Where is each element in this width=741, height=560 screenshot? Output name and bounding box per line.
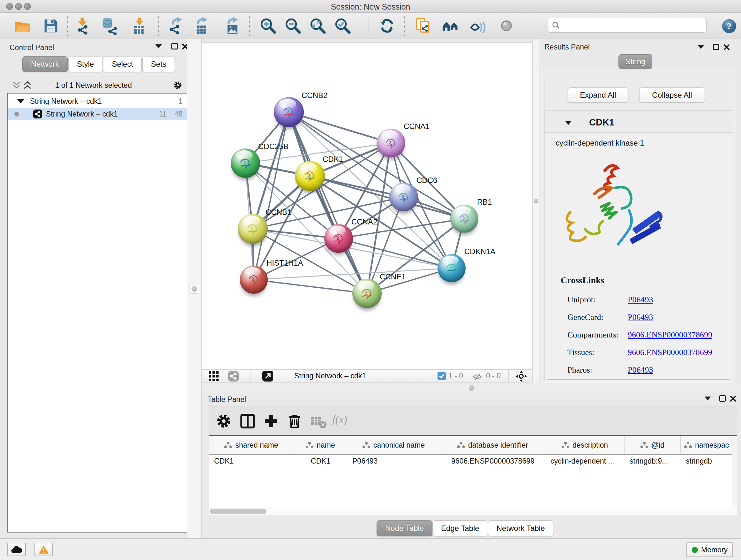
network-canvas[interactable]: CCNB2 CCNA1 CDC25B CDK1 CDC6 RB1 CCNB1 C… (202, 43, 532, 369)
network-node-rb1[interactable] (450, 205, 478, 233)
results-panel-float-icon[interactable] (713, 44, 719, 50)
search-input[interactable] (560, 21, 697, 30)
column-header-id[interactable]: @id (624, 436, 681, 454)
delete-trash-icon[interactable] (286, 412, 304, 430)
table-horizontal-scrollbar[interactable] (209, 507, 737, 515)
gene-card-header[interactable]: CDK1 (544, 113, 733, 132)
table-vertical-scrollbar[interactable] (732, 436, 737, 507)
table-panel-close-icon[interactable] (730, 395, 737, 402)
export-network-icon[interactable] (167, 17, 185, 35)
open-external-icon[interactable] (262, 371, 273, 381)
crosslink-link[interactable]: P06493 (628, 313, 653, 322)
results-panel-close-icon[interactable] (723, 44, 730, 51)
network-edge[interactable] (254, 280, 367, 294)
memory-button[interactable]: Memory (686, 543, 733, 557)
table-panel-float-icon[interactable] (719, 395, 726, 401)
expand-all-button[interactable]: Expand All (568, 87, 628, 103)
table-settings-gear-icon[interactable] (215, 412, 232, 430)
results-panel-menu-icon[interactable] (697, 45, 704, 49)
network-node-hist1h1a[interactable] (240, 266, 268, 294)
column-header-namespac[interactable]: namespac (681, 436, 733, 454)
table-cell[interactable]: 9606.ENSP00000378699 (441, 455, 545, 467)
right-panel-divider[interactable] (532, 39, 539, 384)
tab-network-table[interactable]: Network Table (488, 520, 554, 537)
zoom-in-icon[interactable] (259, 17, 277, 35)
refresh-view-icon[interactable] (378, 17, 396, 35)
left-panel-divider[interactable] (187, 39, 202, 538)
search-field[interactable] (548, 18, 706, 33)
column-header-database-identifier[interactable]: database identifier (441, 436, 545, 454)
preview-sphere-icon[interactable] (497, 17, 515, 35)
cloud-button[interactable] (7, 543, 26, 556)
network-node-cdk1[interactable] (295, 161, 325, 191)
show-columns-icon[interactable] (239, 412, 257, 430)
table-cell[interactable]: CDK1 (209, 455, 294, 467)
import-network-database-icon[interactable] (101, 17, 119, 35)
add-column-icon[interactable] (262, 412, 280, 430)
export-table-icon[interactable] (193, 17, 211, 35)
network-node-cdc6[interactable] (389, 183, 418, 211)
column-header-canonical-name[interactable]: canonical name (347, 436, 441, 454)
hidden-eye-slash-icon[interactable] (473, 372, 482, 381)
gene-card-expander-icon[interactable] (565, 121, 571, 125)
network-node-ccnb1[interactable] (238, 214, 268, 244)
table-cell[interactable]: CDK1 (294, 455, 347, 467)
tab-node-table[interactable]: Node Table (377, 520, 432, 537)
control-panel-float-icon[interactable] (172, 43, 178, 50)
network-node-ccne1[interactable] (352, 279, 382, 308)
birdseye-navigator-icon[interactable] (515, 370, 527, 382)
duplicate-network-icon[interactable] (414, 17, 432, 35)
divider-handle[interactable] (469, 385, 474, 391)
table-cell[interactable]: P06493 (347, 455, 441, 467)
zoom-out-icon[interactable] (284, 17, 302, 35)
delete-table-icon[interactable] (310, 412, 327, 430)
crosslink-link[interactable]: 9606.ENSP00000378699 (628, 330, 712, 340)
network-edge[interactable] (289, 112, 391, 143)
hide-views-icon[interactable] (469, 17, 487, 35)
crosslink-link[interactable]: 9606.ENSP00000378699 (628, 348, 712, 357)
warnings-button[interactable] (35, 543, 53, 556)
tab-sets[interactable]: Sets (142, 56, 175, 72)
network-view-icon[interactable] (228, 371, 239, 381)
scrollbar-thumb[interactable] (210, 509, 266, 514)
grid-view-icon[interactable] (208, 371, 219, 381)
selected-checkbox-icon[interactable] (437, 372, 446, 380)
network-options-gear-icon[interactable] (173, 80, 183, 90)
open-session-icon[interactable] (13, 17, 31, 35)
network-node-cdc25b[interactable] (231, 148, 260, 178)
divider-handle[interactable] (190, 284, 199, 294)
tab-style[interactable]: Style (68, 56, 103, 72)
zoom-selected-icon[interactable] (334, 17, 352, 35)
tab-edge-table[interactable]: Edge Table (432, 520, 488, 537)
help-icon[interactable]: ? (722, 18, 737, 34)
import-table-icon[interactable] (131, 17, 148, 35)
network-node-ccnb2[interactable] (274, 97, 304, 127)
crosslink-link[interactable]: P06493 (628, 295, 653, 305)
network-node-ccna2[interactable] (324, 224, 353, 253)
network-node-ccna1[interactable] (377, 129, 405, 158)
tab-select[interactable]: Select (103, 56, 142, 72)
function-builder-icon[interactable]: f(x) (332, 414, 361, 431)
table-row[interactable]: CDK1CDK1P064939606.ENSP00000378699cyclin… (209, 455, 737, 467)
show-all-views-icon[interactable] (442, 17, 460, 35)
network-node-cdkn1a[interactable] (437, 254, 466, 282)
network-tree-child-row[interactable]: String Network – cdk1 11 48 (8, 108, 187, 120)
zoom-fit-icon[interactable] (309, 17, 327, 35)
divider-handle[interactable] (534, 199, 538, 203)
network-edge[interactable] (254, 112, 289, 280)
tab-string[interactable]: String (618, 54, 652, 69)
export-image-icon[interactable] (224, 17, 242, 35)
save-session-icon[interactable] (42, 17, 60, 35)
table-cell[interactable]: cyclin-dependent ... (545, 455, 624, 467)
table-panel-menu-icon[interactable] (704, 396, 711, 400)
control-panel-menu-icon[interactable] (155, 44, 162, 48)
crosslink-link[interactable]: P06493 (628, 365, 653, 375)
column-header-description[interactable]: description (545, 436, 624, 454)
column-header-shared-name[interactable]: shared name (209, 436, 294, 454)
collapse-all-button[interactable]: Collapse All (639, 87, 705, 103)
import-network-file-icon[interactable] (74, 17, 91, 35)
tab-network[interactable]: Network (22, 56, 68, 72)
column-header-name[interactable]: name (294, 436, 347, 454)
tree-expander-icon[interactable] (17, 99, 24, 104)
network-tree-root-row[interactable]: String Network – cdk1 1 (8, 95, 187, 108)
